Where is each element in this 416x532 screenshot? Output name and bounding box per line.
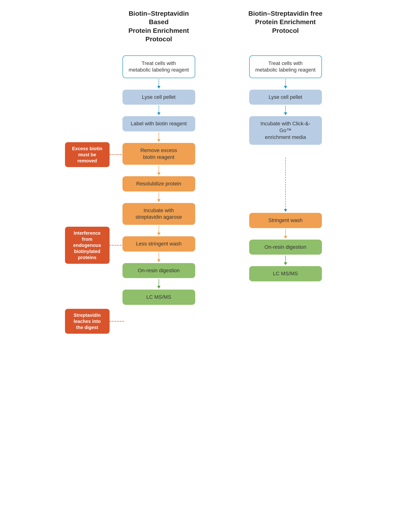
left-step1-box: Treat cells withmetabolic labeling reage… [123, 55, 195, 78]
left-arrow-8 [157, 279, 161, 289]
annotation-excess-biotin: Excess biotinmust beremoved [65, 142, 110, 167]
right-step1-box: Treat cells withmetabolic labeling reage… [249, 55, 322, 78]
right-step3-box: Incubate with Click-&-Go™enrichment medi… [249, 116, 322, 145]
left-step2-box: Lyse cell pellet [123, 90, 195, 105]
right-arrow-1 [284, 79, 287, 89]
left-step7-box: Less stringent wash [123, 236, 195, 252]
left-arrow-2 [157, 106, 161, 115]
left-arrow-5 [157, 192, 161, 202]
annotation-interference: Interferencefrom endogenousbiotinylatedp… [65, 227, 110, 264]
left-flow-column: Excess biotinmust beremoved Interference… [119, 55, 199, 305]
left-step9-box: LC MS/MS [123, 290, 195, 305]
columns-area: Excess biotinmust beremoved Interference… [20, 55, 396, 305]
right-step4-box: Stringent wash [249, 213, 322, 228]
left-step8-box: On-resin digestion [123, 263, 195, 278]
right-arrow-4 [284, 229, 287, 239]
left-step5-box: Resolubilize protein [123, 176, 195, 191]
right-arrow-5 [284, 256, 287, 265]
right-step6-box: LC MS/MS [249, 266, 322, 281]
right-step2-box: Lyse cell pellet [249, 90, 322, 105]
diagram-container: Biotin–Streptavidin Based Protein Enrich… [20, 10, 396, 305]
left-step4-box: Remove excessbiotin reagent [123, 143, 195, 165]
left-step6-box: Incubate withstreptavidin agarose [123, 203, 195, 225]
right-arrow-3 [284, 158, 287, 212]
right-arrow-2 [284, 106, 287, 115]
annotation-streptavidin: Streptavidinleaches intothe digest [65, 309, 110, 334]
left-protocol-title: Biotin–Streptavidin Based Protein Enrich… [119, 10, 199, 44]
right-flow-column: Treat cells withmetabolic labeling reage… [246, 55, 325, 305]
titles-row: Biotin–Streptavidin Based Protein Enrich… [20, 10, 396, 44]
left-arrow-6 [157, 226, 161, 235]
left-arrow-3 [157, 132, 161, 142]
left-step3-box: Label with biotin reagent [123, 116, 195, 131]
left-arrow-4 [157, 166, 161, 175]
right-protocol-title: Biotin–Streptavidin free Protein Enrichm… [246, 10, 325, 44]
left-arrow-1 [157, 79, 161, 89]
right-step5-box: On-resin digestion [249, 240, 322, 255]
left-arrow-7 [157, 253, 161, 262]
